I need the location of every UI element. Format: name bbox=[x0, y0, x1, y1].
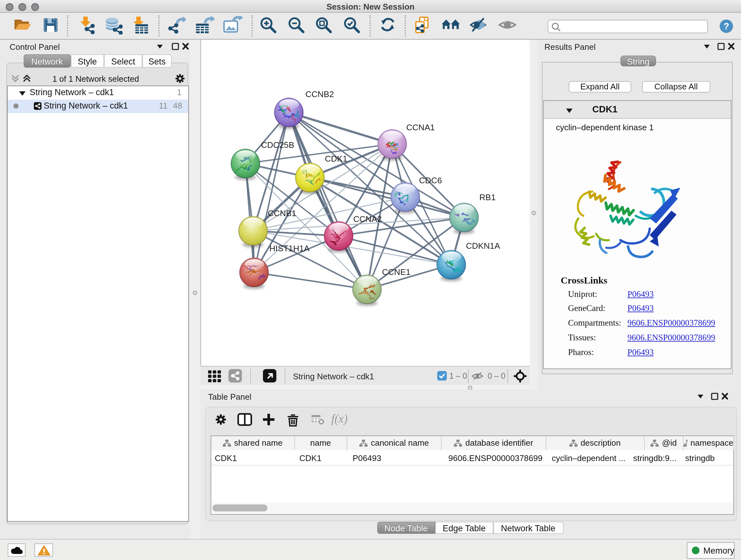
svg-text:CCNA2: CCNA2 bbox=[353, 214, 382, 224]
svg-text:HIST1H1A: HIST1H1A bbox=[269, 244, 310, 253]
svg-text:?: ? bbox=[724, 21, 729, 31]
svg-text:CCNE1: CCNE1 bbox=[382, 267, 410, 277]
svg-text:CCNA1: CCNA1 bbox=[406, 123, 434, 132]
svg-text:CDK1: CDK1 bbox=[325, 154, 347, 164]
svg-text:CDC6: CDC6 bbox=[419, 176, 442, 185]
svg-text:CCNB1: CCNB1 bbox=[268, 208, 296, 218]
svg-text:CCNB2: CCNB2 bbox=[306, 89, 334, 99]
svg-text:CDKN1A: CDKN1A bbox=[466, 241, 500, 251]
svg-text:RB1: RB1 bbox=[479, 192, 495, 202]
svg-text:CDC25B: CDC25B bbox=[261, 140, 294, 150]
